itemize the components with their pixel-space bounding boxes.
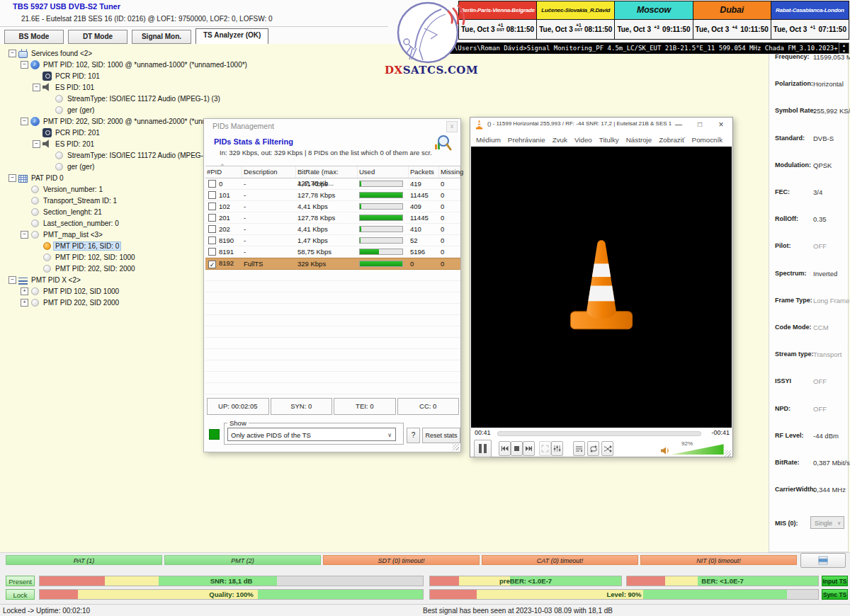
tree-item[interactable]: −PMT PID: 102, SID: 1000 @ *unnamed-1000… bbox=[6, 59, 201, 70]
tree-expander[interactable]: − bbox=[21, 118, 28, 125]
tab-bs-mode[interactable]: BS Mode bbox=[4, 30, 64, 44]
tab-ts-analyzer-ok[interactable]: TS Analyzer (OK) bbox=[196, 28, 268, 45]
input-ts-button[interactable]: Input TS bbox=[822, 576, 848, 586]
volume-slider[interactable] bbox=[672, 443, 728, 455]
column-header-bitrate-max-127-78-k[interactable]: BitRate (max: 127,78 Kb... bbox=[296, 166, 358, 178]
menu-zobrazi[interactable]: Zobraziť bbox=[659, 136, 684, 144]
tree-expander[interactable]: + bbox=[21, 299, 28, 307]
command-scrollbar[interactable]: ▲ ▼ bbox=[839, 42, 849, 54]
syn-button[interactable]: SYN: 0 bbox=[271, 398, 333, 415]
cc-button[interactable]: CC: 0 bbox=[397, 398, 460, 415]
tab-signal-mon[interactable]: Signal Mon. bbox=[132, 30, 191, 44]
tree-expander[interactable]: − bbox=[33, 140, 40, 148]
loop-button[interactable] bbox=[587, 441, 599, 456]
menu-zvuk[interactable]: Zvuk bbox=[552, 136, 567, 144]
tree-item[interactable]: StreamType: ISO/IEC 11172 Audio (MPEG-1)… bbox=[6, 93, 201, 104]
help-button[interactable]: ? bbox=[407, 428, 420, 443]
pid-checkbox[interactable]: ✓ bbox=[208, 261, 216, 268]
table-log-button[interactable] bbox=[800, 553, 846, 568]
tree-item[interactable]: PMT PID: 202, SID: 2000 bbox=[6, 263, 201, 274]
tree-item[interactable]: PCR PID: 201 bbox=[6, 127, 201, 138]
pid-row[interactable]: 8191-58,75 Kbps51960 bbox=[205, 246, 460, 258]
tree-item[interactable]: Version_number: 1 bbox=[6, 183, 201, 195]
fullscreen-button[interactable] bbox=[539, 441, 551, 456]
menu-pomocn-k[interactable]: Pomocník bbox=[692, 136, 723, 144]
pid-checkbox[interactable] bbox=[208, 203, 216, 210]
tree-item[interactable]: +PMT PID 202, SID 2000 bbox=[6, 297, 201, 308]
reset-stats-button[interactable]: Reset stats bbox=[422, 428, 460, 443]
seek-bar[interactable] bbox=[497, 431, 701, 436]
sync-ts-button[interactable]: Sync TS bbox=[822, 589, 848, 600]
resize-grip[interactable] bbox=[725, 450, 731, 457]
menu-n-stroje[interactable]: Nástroje bbox=[626, 136, 652, 144]
tree-expander[interactable]: − bbox=[8, 276, 16, 284]
uptime-button[interactable]: UP: 00:02:05 bbox=[207, 398, 269, 415]
tree-expander[interactable]: − bbox=[21, 231, 28, 239]
pid-row[interactable]: 102-4,41 Kbps4090 bbox=[205, 201, 460, 212]
lock-button[interactable]: Lock bbox=[6, 589, 35, 600]
close-icon[interactable]: × bbox=[715, 119, 727, 130]
menu-prehr-vanie[interactable]: Prehrávanie bbox=[508, 136, 545, 144]
tree-item[interactable]: −Services found <2> bbox=[6, 47, 201, 59]
tree-item[interactable]: Section_lenght: 21 bbox=[6, 206, 201, 217]
menu-m-dium[interactable]: Médium bbox=[476, 136, 501, 144]
present-button[interactable]: Present bbox=[6, 576, 35, 586]
column-header-pid[interactable]: #PID bbox=[205, 166, 242, 178]
vlc-titlebar[interactable]: () - 11599 Horizontal 255,993 / RF: -44 … bbox=[470, 118, 732, 132]
tree-item[interactable]: PMT PID: 16, SID: 0 bbox=[6, 240, 201, 251]
minimize-button[interactable]: — bbox=[673, 119, 684, 130]
column-header-description[interactable]: Description bbox=[242, 166, 296, 178]
close-icon[interactable]: x bbox=[446, 121, 458, 132]
tree-item[interactable]: Transport_Stream ID: 1 bbox=[6, 195, 201, 206]
previous-button[interactable] bbox=[499, 441, 511, 456]
pid-row[interactable]: 101-127,78 Kbps114450 bbox=[205, 190, 460, 201]
tree-item[interactable]: −PMT PID X <2> bbox=[6, 274, 201, 285]
stop-button[interactable] bbox=[511, 441, 523, 456]
tree-item[interactable]: −ES PID: 201 bbox=[6, 138, 201, 149]
tree-item[interactable]: −ES PID: 101 bbox=[6, 81, 201, 93]
tree-item[interactable]: PCR PID: 101 bbox=[6, 70, 201, 81]
next-button[interactable] bbox=[523, 441, 535, 456]
pid-checkbox[interactable] bbox=[208, 225, 216, 233]
pid-row[interactable]: 201-127,78 Kbps114450 bbox=[205, 212, 460, 224]
tree-item[interactable]: −PMT_map_list <3> bbox=[6, 229, 201, 240]
tei-button[interactable]: TEI: 0 bbox=[334, 398, 396, 415]
tree-expander[interactable]: + bbox=[21, 287, 28, 295]
search-icon[interactable] bbox=[434, 135, 452, 154]
playlist-button[interactable] bbox=[573, 441, 585, 456]
shuffle-button[interactable] bbox=[601, 441, 613, 456]
tree-item[interactable]: +PMT PID 102, SID 1000 bbox=[6, 285, 201, 297]
show-filter-dropdown[interactable]: Only active PIDS of the TS ∨ bbox=[227, 428, 396, 441]
column-header-packets[interactable]: Packets bbox=[409, 166, 439, 178]
tree-item[interactable]: −PMT PID: 202, SID: 2000 @ *unnamed-2000… bbox=[6, 115, 201, 127]
mis-dropdown[interactable]: Single ∨ bbox=[810, 516, 844, 529]
pid-row[interactable]: ✓8192FullTS329 Kbps00 bbox=[205, 258, 460, 270]
pid-checkbox[interactable] bbox=[208, 191, 216, 199]
tree-expander[interactable]: − bbox=[21, 61, 28, 69]
tree-item[interactable]: StreamType: ISO/IEC 11172 Audio (MPEG-1)… bbox=[6, 149, 201, 161]
tab-dt-mode[interactable]: DT Mode bbox=[68, 30, 128, 44]
column-header-used[interactable]: Used bbox=[358, 166, 409, 178]
scroll-up-icon[interactable]: ▲ bbox=[842, 43, 846, 47]
pid-checkbox[interactable] bbox=[208, 236, 216, 244]
menu-titulky[interactable]: Titulky bbox=[599, 136, 619, 144]
column-header-missing[interactable]: Missing bbox=[439, 166, 460, 178]
tree-item[interactable]: ger (ger) bbox=[6, 104, 201, 115]
pid-checkbox[interactable] bbox=[208, 248, 216, 256]
tree-expander[interactable]: − bbox=[8, 50, 16, 57]
scroll-down-icon[interactable]: ▼ bbox=[842, 49, 846, 53]
volume-icon[interactable] bbox=[661, 445, 670, 457]
equalizer-button[interactable] bbox=[551, 441, 563, 456]
tree-item[interactable]: Last_section_number: 0 bbox=[6, 217, 201, 229]
tree-item[interactable]: ger (ger) bbox=[6, 161, 201, 172]
pid-checkbox[interactable] bbox=[208, 180, 216, 188]
tree-item[interactable]: PMT PID: 102, SID: 1000 bbox=[6, 251, 201, 263]
pid-row[interactable]: 202-4,41 Kbps4100 bbox=[205, 224, 460, 235]
tree-expander[interactable]: − bbox=[8, 174, 16, 182]
tree-expander[interactable]: − bbox=[33, 84, 40, 91]
pid-checkbox[interactable] bbox=[208, 214, 216, 222]
command-prompt[interactable]: C:\Users\Roman Dávid>Signal Monitoring_P… bbox=[445, 42, 839, 54]
tree-item[interactable]: −PAT PID 0 bbox=[6, 172, 201, 183]
pid-row[interactable]: 8190-1,47 Kbps520 bbox=[205, 235, 460, 246]
pause-button[interactable] bbox=[474, 440, 492, 457]
